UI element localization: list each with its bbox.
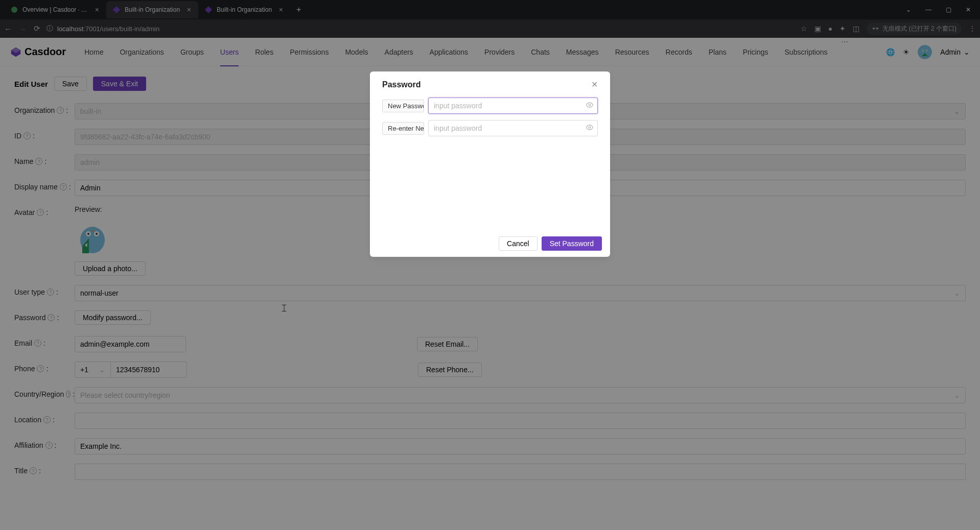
new-password-input[interactable] — [428, 98, 598, 114]
set-password-button[interactable]: Set Password — [542, 236, 602, 251]
svg-point-17 — [589, 127, 591, 129]
svg-point-16 — [589, 104, 591, 106]
cancel-button[interactable]: Cancel — [499, 236, 538, 251]
reenter-password-input[interactable] — [428, 120, 598, 136]
eye-icon[interactable] — [586, 102, 593, 110]
close-icon[interactable]: ✕ — [591, 80, 598, 89]
reenter-password-label: Re-enter New — [382, 122, 424, 135]
eye-icon[interactable] — [586, 124, 593, 133]
modal-title: Password — [382, 80, 421, 89]
new-password-label: New Password — [382, 100, 424, 112]
password-modal: Password ✕ New Password Re-enter New Can… — [370, 71, 610, 257]
